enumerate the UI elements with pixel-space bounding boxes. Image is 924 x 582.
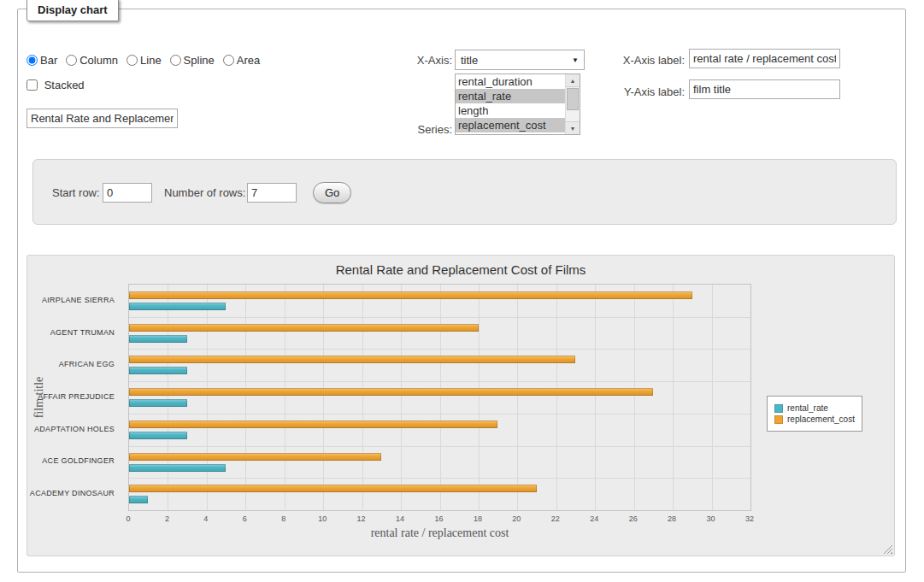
- number-of-rows-input[interactable]: [247, 183, 297, 203]
- scroll-down-arrow-icon[interactable]: ▼: [566, 121, 580, 134]
- bar-replacement_cost: [129, 324, 479, 332]
- chart-type-radio-label: Bar: [40, 54, 57, 67]
- category-label: ACE GOLDFINGER: [27, 456, 121, 465]
- scrollbar-thumb[interactable]: [567, 88, 579, 110]
- chart-title-input[interactable]: [26, 109, 178, 128]
- stacked-checkbox[interactable]: [26, 79, 38, 91]
- gridline-horizontal: [129, 317, 750, 318]
- x-tick-label: 0: [126, 514, 130, 523]
- scroll-up-arrow-icon[interactable]: ▲: [566, 74, 580, 87]
- gridline-vertical: [712, 285, 713, 510]
- bar-replacement_cost: [129, 453, 381, 461]
- select-dropdown-arrow-icon: ▼: [572, 56, 579, 64]
- display-chart-fieldset: Display chart BarColumnLineSplineArea St…: [17, 9, 906, 573]
- series-listbox-scrollbar[interactable]: ▲ ▼: [565, 74, 580, 134]
- gridline-vertical: [362, 285, 363, 510]
- legend-item-rental_rate[interactable]: rental_rate: [774, 403, 855, 413]
- chart-legend: rental_ratereplacement_cost: [767, 396, 862, 432]
- gridline-vertical: [595, 285, 596, 510]
- bar-rental_rate: [129, 303, 226, 310]
- chart-type-radio-bar[interactable]: [26, 55, 38, 66]
- gridline-horizontal: [129, 349, 750, 350]
- y-axis-label-caption: Y-Axis label:: [599, 85, 685, 98]
- chart-type-line[interactable]: Line: [127, 54, 162, 67]
- chart-type-spline[interactable]: Spline: [170, 54, 215, 67]
- category-labels: AIRPLANE SIERRAAGENT TRUMANAFRICAN EGGAF…: [27, 284, 121, 511]
- bar-rental_rate: [129, 432, 187, 439]
- x-axis-label-input[interactable]: [689, 49, 840, 68]
- chart-type-radio-line[interactable]: [127, 55, 138, 66]
- bar-rental_rate: [129, 464, 226, 472]
- chart-type-column[interactable]: Column: [66, 54, 118, 67]
- x-axis-selected-value: title: [461, 54, 478, 67]
- start-row-input[interactable]: [103, 183, 152, 203]
- x-tick-label: 2: [165, 514, 169, 523]
- category-label: AIRPLANE SIERRA: [27, 296, 121, 304]
- x-axis-select[interactable]: title ▼: [455, 50, 585, 70]
- chart-title: Rental Rate and Replacement Cost of Film…: [27, 262, 894, 277]
- gridline-vertical: [479, 285, 480, 510]
- x-tick-label: 12: [357, 514, 366, 523]
- series-option-rental_rate[interactable]: rental_rate: [456, 89, 565, 103]
- x-tick-label: 28: [668, 514, 676, 523]
- go-button[interactable]: Go: [313, 182, 351, 203]
- gridline-vertical: [440, 285, 441, 510]
- gridline-vertical: [401, 285, 402, 510]
- gridline-vertical: [285, 285, 285, 510]
- x-axis-label-caption: X-Axis label:: [599, 54, 685, 67]
- gridline-horizontal: [129, 446, 750, 447]
- x-axis-title: rental rate / replacement cost: [128, 526, 751, 540]
- chart-type-radio-label: Spline: [184, 54, 215, 67]
- row-controls-panel: Start row: Number of rows: Go: [32, 159, 897, 225]
- x-tick-label: 22: [551, 514, 560, 523]
- gridline-vertical: [323, 285, 324, 510]
- series-option-length[interactable]: length: [456, 103, 565, 118]
- bar-rental_rate: [129, 399, 187, 407]
- x-tick-label: 24: [590, 514, 598, 523]
- bar-rental_rate: [129, 496, 148, 503]
- chart-type-radio-column[interactable]: [66, 55, 77, 66]
- chart-type-radio-label: Area: [237, 54, 260, 67]
- gridline-vertical: [207, 285, 208, 510]
- panel-title: Display chart: [26, 0, 119, 21]
- x-tick-label: 16: [434, 514, 443, 523]
- legend-item-replacement_cost[interactable]: replacement_cost: [774, 414, 855, 424]
- gridline-vertical: [517, 285, 518, 510]
- bar-replacement_cost: [129, 356, 575, 363]
- plot-area: [128, 284, 751, 511]
- bar-replacement_cost: [129, 388, 653, 396]
- gridline-horizontal: [129, 478, 750, 479]
- category-label: ADAPTATION HOLES: [27, 425, 121, 433]
- x-tick-label: 4: [203, 514, 208, 523]
- chart-type-radio-spline[interactable]: [170, 55, 181, 66]
- legend-swatch: [774, 404, 783, 413]
- stacked-option[interactable]: Stacked: [26, 79, 85, 91]
- resize-grip-icon[interactable]: [883, 544, 892, 554]
- gridline-vertical: [634, 285, 635, 510]
- series-option-rental_duration[interactable]: rental_duration: [456, 74, 565, 89]
- chart-type-area[interactable]: Area: [223, 54, 260, 67]
- category-label: AFRICAN EGG: [27, 360, 121, 368]
- series-caption: Series:: [360, 123, 452, 136]
- stacked-label: Stacked: [44, 79, 85, 91]
- x-axis-select-caption: X-Axis:: [360, 54, 452, 67]
- series-listbox[interactable]: rental_durationrental_ratelengthreplacem…: [455, 73, 580, 135]
- gridline-horizontal: [129, 381, 750, 382]
- series-option-replacement_cost[interactable]: replacement_cost: [456, 118, 565, 132]
- gridline-vertical: [556, 285, 557, 510]
- gridline-vertical: [673, 285, 674, 510]
- gridline-vertical: [245, 285, 246, 510]
- x-tick-label: 18: [474, 514, 482, 523]
- bar-rental_rate: [129, 367, 187, 374]
- category-label: AFFAIR PREJUDICE: [27, 392, 121, 401]
- gridline-vertical: [168, 285, 168, 510]
- number-of-rows-label: Number of rows:: [164, 186, 245, 199]
- y-axis-label-input[interactable]: [689, 79, 840, 99]
- bar-rental_rate: [129, 335, 187, 343]
- chart-type-radio-area[interactable]: [223, 55, 234, 66]
- x-tick-label: 30: [707, 514, 715, 523]
- x-tick-label: 32: [745, 514, 754, 523]
- x-tick-label: 6: [243, 514, 247, 523]
- chart-type-bar[interactable]: Bar: [26, 54, 57, 67]
- legend-label: rental_rate: [787, 403, 828, 413]
